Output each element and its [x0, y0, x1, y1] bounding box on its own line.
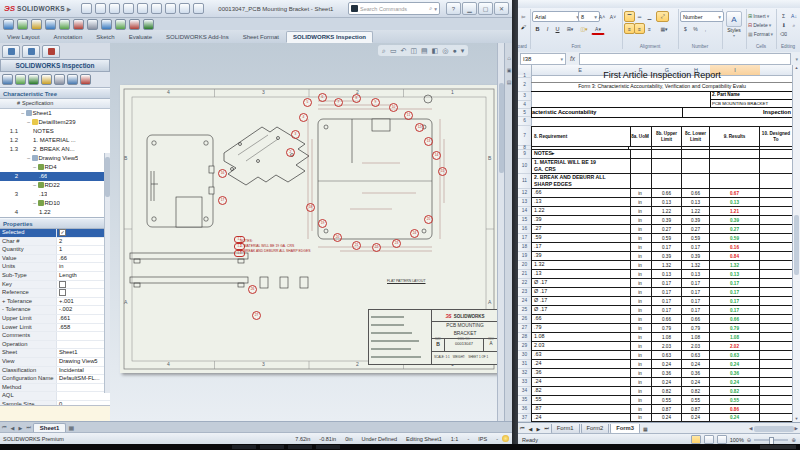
display-style-icon[interactable]: ◧: [432, 45, 439, 56]
tree-node-rd22[interactable]: −RD22: [0, 181, 110, 190]
view-orientation-icon[interactable]: ▤: [421, 45, 428, 56]
property-value[interactable]: .658: [57, 324, 110, 332]
font-name-select[interactable]: Arial▾: [532, 11, 582, 22]
report-cell[interactable]: in: [629, 207, 652, 216]
worksheet-grid[interactable]: EFGHI 1234567891011121314151617181920212…: [518, 65, 800, 422]
report-cell[interactable]: 0.66: [682, 189, 710, 198]
report-cell[interactable]: 0.87: [652, 405, 682, 414]
requirement-cell[interactable]: Ø .17: [531, 306, 631, 315]
report-col-header[interactable]: 9. Results: [710, 126, 760, 147]
new-inspection-project-icon[interactable]: [3, 19, 14, 30]
new-project-icon[interactable]: [2, 74, 13, 85]
row-header-27[interactable]: 27: [518, 324, 532, 333]
requirement-cell[interactable]: .17: [531, 243, 631, 252]
characteristic-balloon[interactable]: 3: [291, 130, 300, 139]
report-cell[interactable]: in: [629, 378, 652, 387]
result-cell[interactable]: 0.13: [710, 270, 760, 279]
result-cell[interactable]: 0.66: [710, 315, 760, 324]
report-cell[interactable]: 1.32: [682, 261, 710, 270]
property-row-key[interactable]: Key: [0, 281, 110, 290]
report-cell[interactable]: [760, 150, 793, 159]
name-box[interactable]: I38▾: [520, 53, 566, 65]
tree-expander-icon[interactable]: −: [33, 164, 37, 170]
report-cell[interactable]: in: [629, 387, 652, 396]
report-cell[interactable]: [760, 252, 793, 261]
tree-expander-icon[interactable]: −: [33, 200, 37, 206]
result-cell[interactable]: 0.59: [710, 234, 760, 243]
report-cell[interactable]: 0.24: [652, 378, 682, 387]
property-value[interactable]: Incidental: [57, 367, 110, 375]
result-cell[interactable]: 0.17: [710, 297, 760, 306]
report-cell[interactable]: [760, 270, 793, 279]
report-cell[interactable]: [760, 342, 793, 351]
result-cell[interactable]: 0.55: [710, 396, 760, 405]
property-row-char-[interactable]: Char #2: [0, 238, 110, 247]
last-tab-icon[interactable]: ⏭: [542, 425, 551, 432]
row-header-9[interactable]: 9: [518, 150, 532, 159]
find-select-icon[interactable]: ⌕: [788, 20, 800, 30]
row-header-23[interactable]: 23: [518, 288, 532, 297]
last-sheet-icon[interactable]: ⏭: [24, 424, 33, 431]
report-cell[interactable]: [760, 414, 793, 422]
result-cell[interactable]: 0.82: [710, 387, 760, 396]
home-icon[interactable]: ⌂: [507, 55, 511, 61]
sheet-tab-form2[interactable]: Form2: [581, 424, 610, 434]
search-dropdown-icon[interactable]: ▾: [434, 6, 437, 12]
report-cell[interactable]: in: [629, 297, 652, 306]
result-cell[interactable]: 0.13: [710, 198, 760, 207]
undo-icon[interactable]: [137, 3, 148, 14]
report-cell[interactable]: 2.03: [682, 342, 710, 351]
characteristic-balloon[interactable]: 8: [352, 94, 361, 103]
new-icon[interactable]: [81, 3, 92, 14]
report-cell[interactable]: 0.17: [682, 243, 710, 252]
characteristic-balloon[interactable]: 22: [372, 243, 381, 252]
requirement-cell[interactable]: .39: [531, 252, 631, 261]
characteristic-balloon[interactable]: 14: [432, 151, 441, 160]
row-header-12[interactable]: 12: [518, 189, 532, 198]
options-gear-icon[interactable]: [193, 3, 204, 14]
tab-annotation[interactable]: Annotation: [47, 31, 90, 43]
tree-characteristic-row[interactable]: 1.21. MATERIAL ...: [0, 136, 110, 145]
report-cell[interactable]: in: [629, 243, 652, 252]
property-value[interactable]: [57, 289, 110, 297]
requirement-cell[interactable]: .66: [531, 315, 631, 324]
report-col-header[interactable]: 10. Designed To: [760, 126, 793, 147]
row-header-7[interactable]: 7: [518, 126, 532, 146]
report-cell[interactable]: 1.22: [682, 207, 710, 216]
property-row-operation[interactable]: Operation: [0, 341, 110, 350]
requirement-cell[interactable]: Ø .17: [531, 297, 631, 306]
normal-view-icon[interactable]: [691, 435, 701, 444]
row-header-24[interactable]: 24: [518, 297, 532, 306]
report-cell[interactable]: 2. BREAK AND DEBURR ALLSHARP EDGES: [531, 174, 631, 189]
tree-node-drawing-view5[interactable]: −Drawing View5: [0, 154, 110, 163]
report-cell[interactable]: 0.39: [652, 252, 682, 261]
characteristic-balloon[interactable]: 4: [299, 113, 308, 122]
next-sheet-icon[interactable]: ▶: [16, 425, 24, 431]
report-cell[interactable]: in: [629, 351, 652, 360]
report-cell[interactable]: in: [629, 252, 652, 261]
report-cell[interactable]: 0.55: [652, 396, 682, 405]
requirement-cell[interactable]: .87: [531, 405, 631, 414]
report-cell[interactable]: 1. MATERIAL WILL BE 19GA. CRS: [531, 159, 631, 174]
requirement-cell[interactable]: .27: [531, 225, 631, 234]
report-cell[interactable]: [760, 324, 793, 333]
format-painter-icon[interactable]: 🖌: [518, 21, 529, 32]
tab-sheet-format[interactable]: Sheet Format: [236, 31, 286, 43]
tree-col-number[interactable]: #: [0, 99, 20, 108]
property-value[interactable]: .66: [57, 255, 110, 263]
property-row-units[interactable]: Unitsin: [0, 263, 110, 272]
requirement-cell[interactable]: Ø .17: [531, 288, 631, 297]
report-cell[interactable]: 0.39: [682, 216, 710, 225]
characteristic-balloon[interactable]: 11: [404, 111, 413, 120]
result-cell[interactable]: 0.17: [710, 288, 760, 297]
report-cell[interactable]: [710, 150, 760, 159]
property-row-reference[interactable]: Reference: [0, 289, 110, 298]
formula-expand-icon[interactable]: ▾: [793, 56, 800, 62]
menu-expand-icon[interactable]: ▶: [67, 6, 71, 12]
row-header-14[interactable]: 14: [518, 207, 532, 216]
settings-icon[interactable]: [87, 19, 98, 30]
report-cell[interactable]: [760, 159, 793, 174]
report-cell[interactable]: 0.13: [682, 270, 710, 279]
report-cell[interactable]: 0.66: [652, 189, 682, 198]
report-cell[interactable]: 0.39: [682, 252, 710, 261]
